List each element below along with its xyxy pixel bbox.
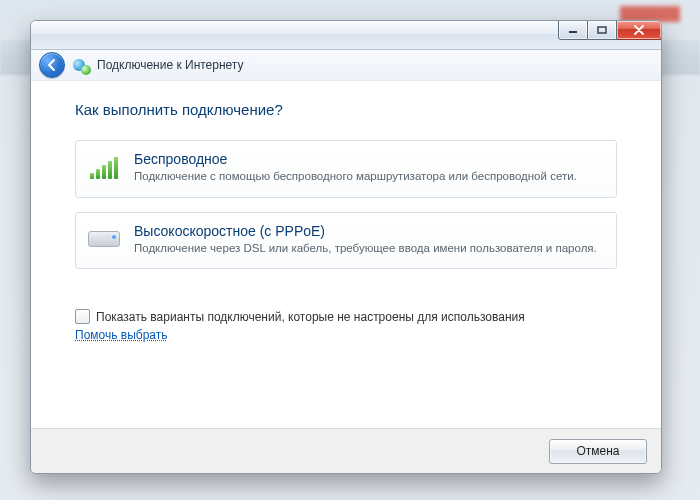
option-wireless[interactable]: Беспроводное Подключение с помощью беспр…: [75, 140, 617, 198]
maximize-button[interactable]: [588, 20, 617, 40]
wireless-icon: [88, 151, 120, 183]
option-pppoe[interactable]: Высокоскоростное (с PPPoE) Подключение ч…: [75, 212, 617, 270]
cancel-button[interactable]: Отмена: [549, 439, 647, 464]
content-area: Как выполнить подключение? Беспроводное …: [31, 79, 661, 429]
footer: Отмена: [31, 428, 661, 473]
show-unconfigured-label: Показать варианты подключений, которые н…: [96, 310, 525, 324]
nav-strip: Подключение к Интернету: [31, 50, 661, 81]
modem-icon: [88, 223, 120, 255]
page-heading: Как выполнить подключение?: [75, 101, 617, 118]
minimize-button[interactable]: [558, 20, 588, 40]
option-wireless-title: Беспроводное: [134, 151, 604, 167]
svg-rect-1: [598, 27, 606, 33]
show-unconfigured-checkbox[interactable]: [75, 309, 90, 324]
option-wireless-desc: Подключение с помощью беспроводного марш…: [134, 169, 604, 185]
wizard-title: Подключение к Интернету: [97, 58, 244, 72]
wizard-icon: [73, 57, 89, 73]
titlebar: [31, 21, 661, 50]
back-button[interactable]: [39, 52, 65, 78]
option-pppoe-desc: Подключение через DSL или кабель, требую…: [134, 241, 604, 257]
wizard-window: Подключение к Интернету Как выполнить по…: [30, 20, 662, 474]
option-pppoe-title: Высокоскоростное (с PPPoE): [134, 223, 604, 239]
help-choose-link[interactable]: Помочь выбрать: [75, 328, 168, 342]
svg-rect-0: [569, 31, 577, 33]
close-button[interactable]: [617, 20, 662, 40]
